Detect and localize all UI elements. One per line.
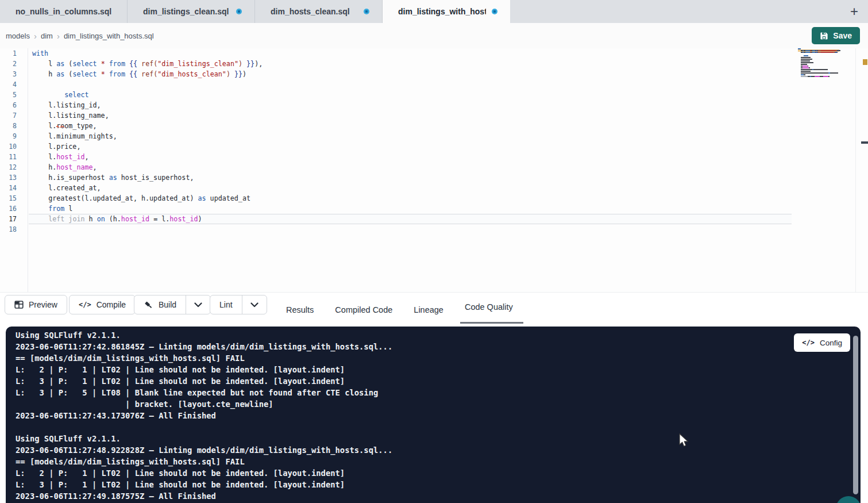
editor-minimap[interactable] [798, 48, 839, 79]
unsaved-indicator-dot [492, 9, 497, 14]
code-line-13[interactable]: h.is_superhost as host_is_superhost, [29, 172, 792, 183]
editor-code-area[interactable]: with l as (select * from {{ ref("dim_lis… [29, 48, 792, 235]
tab-dim_hosts_clean.sql[interactable]: dim_hosts_clean.sql [255, 0, 383, 23]
scroll-position-marker [861, 141, 868, 144]
new-tab-button[interactable]: + [845, 2, 863, 21]
save-button-label: Save [833, 31, 852, 40]
line-number: 10 [0, 141, 28, 152]
line-number: 16 [0, 203, 28, 214]
line-number: 7 [0, 110, 28, 121]
line-number: 2 [0, 59, 28, 69]
code-line-18[interactable] [29, 224, 792, 235]
config-button[interactable]: </> Config [794, 333, 850, 352]
panel-tab-compiled-code[interactable]: Compiled Code [334, 302, 394, 318]
tab-label: dim_listings_with_hosts.sql [398, 7, 486, 16]
lint-split-button: Lint [210, 295, 267, 314]
line-number: 1 [0, 48, 28, 59]
breadcrumb-segment[interactable]: dim_listings_with_hosts.sql [64, 32, 154, 40]
code-line-10[interactable]: l.price, [29, 141, 792, 152]
breadcrumb-segment[interactable]: dim [41, 32, 53, 40]
config-code-icon: </> [802, 339, 815, 347]
code-editor[interactable]: 123456789101112131415161718 with l as (s… [0, 48, 868, 292]
lint-button[interactable]: Lint [210, 295, 242, 314]
lint-button-label: Lint [219, 300, 233, 309]
line-number: 5 [0, 90, 28, 100]
code-line-5[interactable]: select [29, 90, 792, 100]
line-number: 13 [0, 172, 28, 183]
lint-squiggle-underline [56, 125, 65, 128]
action-toolbar: Preview </> Compile Build Lint [0, 292, 868, 327]
minimap-line [798, 71, 839, 72]
line-number: 14 [0, 183, 28, 193]
compile-code-icon: </> [79, 301, 91, 309]
line-number: 11 [0, 152, 28, 162]
build-dropdown-button[interactable] [186, 295, 210, 314]
line-number: 15 [0, 193, 28, 203]
build-button-label: Build [159, 300, 176, 309]
tab-dim_listings_clean.sql[interactable]: dim_listings_clean.sql [128, 0, 255, 23]
minimap-line [798, 74, 839, 75]
code-line-11[interactable]: l.host_id, [29, 152, 792, 162]
save-icon [820, 32, 828, 40]
minimap-line [798, 72, 839, 74]
tab-label: dim_listings_clean.sql [143, 7, 229, 16]
editor-overview-gutter[interactable] [855, 48, 868, 292]
minimap-line [798, 76, 839, 77]
build-hammer-icon [144, 300, 153, 310]
save-button[interactable]: Save [812, 27, 860, 44]
build-chevron-down-icon [194, 302, 202, 308]
code-line-7[interactable]: l.listing_name, [29, 110, 792, 121]
tab-bar: no_nulls_in_columns.sqldim_listings_clea… [0, 0, 868, 23]
code-line-6[interactable]: l.listing_id, [29, 100, 792, 110]
overview-warning-marker [863, 59, 867, 65]
minimap-line [798, 60, 839, 62]
code-line-8[interactable]: l.room_type, [29, 121, 792, 131]
minimap-line [798, 55, 839, 56]
panel-tab-code-quality[interactable]: Code Quality [464, 299, 514, 315]
code-line-1[interactable]: with [29, 48, 792, 59]
terminal-output-text: Using SQLFluff v2.1.1. 2023-06-06T11:27:… [16, 329, 392, 502]
line-number: 18 [0, 224, 28, 235]
tab-dim_listings_with_hosts.sql[interactable]: dim_listings_with_hosts.sql [383, 0, 510, 23]
build-button[interactable]: Build [134, 295, 186, 314]
compile-button[interactable]: </> Compile [69, 295, 136, 314]
minimap-line [798, 59, 839, 60]
lint-dropdown-button[interactable] [242, 295, 267, 314]
config-button-label: Config [820, 339, 842, 347]
tab-no_nulls_in_columns.sql[interactable]: no_nulls_in_columns.sql [0, 0, 128, 23]
preview-grid-icon [14, 300, 24, 309]
lint-output-terminal: Using SQLFluff v2.1.1. 2023-06-06T11:27:… [6, 327, 861, 503]
minimap-line [798, 62, 839, 63]
minimap-line [798, 50, 839, 51]
breadcrumb-chevron-icon: › [57, 31, 60, 41]
line-number: 17 [0, 214, 28, 224]
code-line-12[interactable]: h.host_name, [29, 162, 792, 172]
line-number: 9 [0, 131, 28, 141]
code-line-15[interactable]: greatest(l.updated_at, h.updated_at) as … [29, 193, 792, 203]
code-line-16[interactable]: from l [29, 203, 792, 214]
line-number: 3 [0, 69, 28, 79]
build-split-button: Build [134, 295, 211, 314]
breadcrumb-segment[interactable]: models [6, 32, 30, 40]
code-line-9[interactable]: l.minimum_nights, [29, 131, 792, 141]
line-number: 12 [0, 162, 28, 172]
code-line-2[interactable]: l as (select * from {{ ref("dim_listings… [29, 59, 792, 69]
breadcrumb-chevron-icon: › [34, 31, 37, 41]
minimap-line [798, 64, 839, 65]
tab-label: dim_hosts_clean.sql [271, 7, 350, 16]
code-line-17[interactable]: left join h on (h.host_id = l.host_id) [29, 214, 792, 224]
terminal-scrollbar[interactable] [853, 336, 858, 494]
minimap-line [798, 53, 839, 55]
code-line-14[interactable]: l.created_at, [29, 183, 792, 193]
preview-button[interactable]: Preview [5, 295, 67, 314]
panel-tab-results[interactable]: Results [285, 302, 315, 318]
code-line-4[interactable] [29, 79, 792, 90]
breadcrumb: models›dim›dim_listings_with_hosts.sql [0, 23, 868, 48]
panel-tab-lineage[interactable]: Lineage [412, 302, 445, 318]
minimap-line [798, 78, 839, 79]
minimap-line [798, 57, 839, 58]
unsaved-indicator-dot [236, 9, 242, 14]
line-number: 8 [0, 121, 28, 131]
tab-label: no_nulls_in_columns.sql [16, 7, 111, 16]
code-line-3[interactable]: h as (select * from {{ ref("dim_hosts_cl… [29, 69, 792, 79]
